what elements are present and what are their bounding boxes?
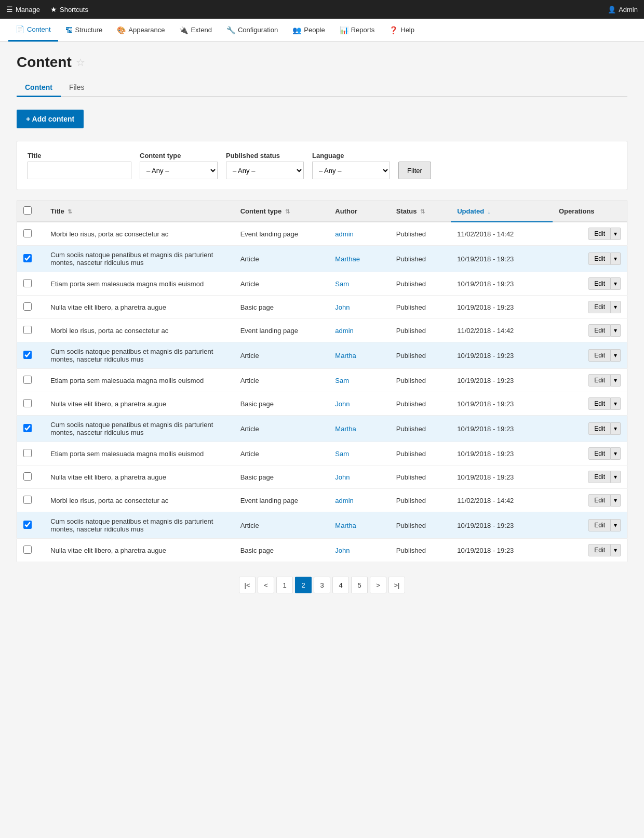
nav-configuration[interactable]: 🔧 Configuration	[219, 19, 285, 42]
edit-dropdown-button[interactable]: ▾	[611, 252, 621, 265]
edit-dropdown-button[interactable]: ▾	[611, 544, 621, 556]
edit-dropdown-button[interactable]: ▾	[611, 228, 621, 240]
author-link[interactable]: Sam	[335, 377, 349, 384]
author-link[interactable]: John	[335, 473, 350, 481]
row-checkbox[interactable]	[23, 424, 32, 432]
edit-dropdown-button[interactable]: ▾	[611, 471, 621, 483]
edit-dropdown-button[interactable]: ▾	[611, 349, 621, 362]
bookmark-icon[interactable]: ☆	[76, 56, 85, 69]
edit-button[interactable]: Edit	[588, 301, 611, 313]
nav-reports[interactable]: 📊 Reports	[332, 19, 382, 42]
pagination-page-3[interactable]: 3	[314, 577, 330, 593]
row-checkbox[interactable]	[23, 376, 32, 384]
row-checkbox[interactable]	[23, 279, 32, 287]
pagination-page-4[interactable]: 4	[332, 577, 349, 593]
row-checkbox[interactable]	[23, 326, 32, 334]
nav-extend[interactable]: 🔌 Extend	[172, 19, 219, 42]
content-type-sort-icon[interactable]: ⇅	[285, 208, 290, 215]
shortcuts-menu[interactable]: ★ Shortcuts	[50, 5, 88, 14]
row-author[interactable]: admin	[329, 489, 390, 512]
select-all-checkbox[interactable]	[23, 206, 32, 215]
edit-button[interactable]: Edit	[588, 374, 611, 387]
row-author[interactable]: Marthae	[329, 246, 390, 272]
nav-appearance[interactable]: 🎨 Appearance	[110, 19, 172, 42]
filter-language-select[interactable]: – Any –	[312, 162, 390, 179]
author-link[interactable]: admin	[335, 230, 353, 238]
author-link[interactable]: admin	[335, 327, 353, 335]
row-author[interactable]: Martha	[329, 416, 390, 442]
row-checkbox[interactable]	[23, 399, 32, 407]
pagination-page-1[interactable]: 1	[276, 577, 293, 593]
row-author[interactable]: John	[329, 465, 390, 489]
row-author[interactable]: admin	[329, 222, 390, 246]
status-sort-icon[interactable]: ⇅	[420, 208, 425, 215]
edit-dropdown-button[interactable]: ▾	[611, 422, 621, 435]
row-checkbox[interactable]	[23, 351, 32, 359]
admin-menu[interactable]: 👤 Admin	[608, 6, 638, 14]
author-link[interactable]: Martha	[335, 522, 356, 529]
row-author[interactable]: admin	[329, 319, 390, 342]
edit-button[interactable]: Edit	[588, 324, 611, 337]
edit-button[interactable]: Edit	[588, 519, 611, 531]
row-author[interactable]: Sam	[329, 369, 390, 392]
edit-dropdown-button[interactable]: ▾	[611, 519, 621, 531]
filter-content-type-select[interactable]: – Any –	[140, 162, 218, 179]
author-link[interactable]: Sam	[335, 450, 349, 458]
edit-dropdown-button[interactable]: ▾	[611, 324, 621, 337]
author-link[interactable]: admin	[335, 497, 353, 504]
filter-status-select[interactable]: – Any –	[226, 162, 304, 179]
edit-button[interactable]: Edit	[588, 228, 611, 240]
row-author[interactable]: John	[329, 296, 390, 319]
author-link[interactable]: Sam	[335, 280, 349, 288]
pagination-next[interactable]: >	[370, 577, 386, 593]
pagination-page-5[interactable]: 5	[351, 577, 368, 593]
filter-button[interactable]: Filter	[398, 162, 431, 179]
nav-help[interactable]: ❓ Help	[382, 19, 422, 42]
add-content-button[interactable]: + Add content	[17, 110, 84, 128]
edit-button[interactable]: Edit	[588, 277, 611, 290]
tab-content[interactable]: Content	[17, 79, 61, 97]
edit-button[interactable]: Edit	[588, 349, 611, 362]
author-link[interactable]: John	[335, 547, 350, 554]
manage-menu[interactable]: ☰ Manage	[6, 5, 40, 14]
nav-content[interactable]: 📄 Content	[8, 19, 58, 42]
row-checkbox[interactable]	[23, 546, 32, 554]
edit-dropdown-button[interactable]: ▾	[611, 374, 621, 387]
author-link[interactable]: Martha	[335, 352, 356, 360]
nav-structure[interactable]: 🏗 Structure	[58, 19, 110, 42]
row-checkbox[interactable]	[23, 472, 32, 481]
row-author[interactable]: John	[329, 392, 390, 416]
edit-button[interactable]: Edit	[588, 544, 611, 556]
row-checkbox[interactable]	[23, 229, 32, 237]
author-link[interactable]: John	[335, 400, 350, 408]
edit-dropdown-button[interactable]: ▾	[611, 447, 621, 460]
row-author[interactable]: Martha	[329, 512, 390, 539]
edit-button[interactable]: Edit	[588, 494, 611, 507]
pagination-prev[interactable]: <	[258, 577, 274, 593]
author-link[interactable]: Marthae	[335, 255, 360, 263]
edit-button[interactable]: Edit	[588, 471, 611, 483]
tab-files[interactable]: Files	[61, 79, 93, 97]
author-link[interactable]: John	[335, 303, 350, 311]
pagination-first[interactable]: |<	[239, 577, 256, 593]
edit-dropdown-button[interactable]: ▾	[611, 277, 621, 290]
edit-button[interactable]: Edit	[588, 252, 611, 265]
row-checkbox[interactable]	[23, 449, 32, 457]
row-author[interactable]: Martha	[329, 342, 390, 369]
edit-dropdown-button[interactable]: ▾	[611, 301, 621, 313]
author-link[interactable]: Martha	[335, 425, 356, 433]
edit-button[interactable]: Edit	[588, 422, 611, 435]
title-sort-icon[interactable]: ⇅	[68, 208, 72, 215]
row-author[interactable]: John	[329, 539, 390, 562]
updated-sort-icon[interactable]: ↓	[488, 208, 491, 215]
pagination-last[interactable]: >|	[388, 577, 405, 593]
row-checkbox[interactable]	[23, 521, 32, 529]
edit-button[interactable]: Edit	[588, 397, 611, 410]
row-checkbox[interactable]	[23, 254, 32, 262]
row-checkbox[interactable]	[23, 302, 32, 311]
edit-dropdown-button[interactable]: ▾	[611, 494, 621, 507]
nav-people[interactable]: 👥 People	[285, 19, 332, 42]
edit-dropdown-button[interactable]: ▾	[611, 397, 621, 410]
row-author[interactable]: Sam	[329, 442, 390, 465]
row-checkbox[interactable]	[23, 496, 32, 504]
